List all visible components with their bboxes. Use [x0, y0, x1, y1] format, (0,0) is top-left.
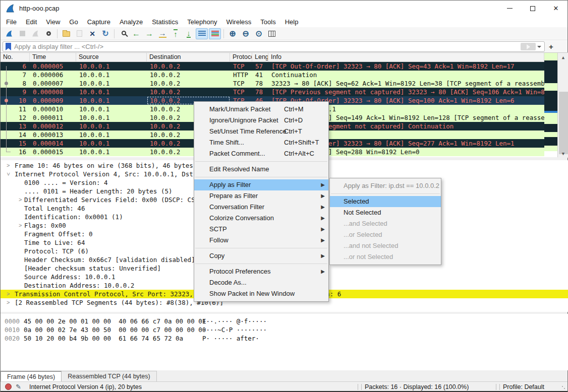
expert-info-icon[interactable]: [5, 383, 12, 390]
submenu-item-not-selected[interactable]: Not Selected: [330, 207, 441, 218]
packet-list-minimap[interactable]: [544, 53, 557, 158]
hex-line[interactable]: 002050 10 20 00 b4 9b 00 00 61 66 74 65 …: [1, 334, 568, 343]
menu-item-apply-as-filter[interactable]: Apply as Filter▶: [194, 179, 328, 190]
menu-item-time-shift[interactable]: Time Shift...Ctrl+Shift+T: [194, 137, 328, 148]
column-header-length[interactable]: Length: [252, 53, 268, 61]
minimize-button[interactable]: [498, 1, 521, 16]
minimap-block: [544, 146, 557, 151]
scroll-up-icon[interactable]: ▲: [558, 53, 568, 61]
go-first-packet-button[interactable]: ↑: [169, 28, 182, 39]
capture-comment-icon[interactable]: ✎: [16, 383, 21, 390]
status-profile[interactable]: Profile: Default: [503, 383, 544, 390]
menu-tools[interactable]: Tools: [256, 17, 280, 27]
menu-item-copy[interactable]: Copy▶: [194, 250, 328, 262]
menu-item-prepare-as-filter[interactable]: Prepare as Filter▶: [194, 190, 328, 202]
capture-options-button[interactable]: [42, 28, 54, 39]
menu-view[interactable]: View: [41, 17, 65, 27]
menu-item-decode-as[interactable]: Decode As...: [194, 277, 328, 288]
menu-wireless[interactable]: Wireless: [221, 17, 256, 27]
menu-item-sctp[interactable]: SCTP▶: [194, 224, 328, 235]
filter-dropdown-icon[interactable]: [537, 46, 541, 48]
no-cell: 6: [1, 62, 30, 71]
menu-capture[interactable]: Capture: [83, 17, 115, 27]
tab-reassembled-tcp[interactable]: Reassembled TCP (44 bytes): [61, 371, 157, 381]
maximize-button[interactable]: [521, 1, 544, 16]
menu-edit[interactable]: Edit: [21, 17, 41, 27]
submenu-item-selected[interactable]: Selected: [330, 196, 441, 207]
display-filter-field[interactable]: [3, 41, 545, 52]
apply-filter-button[interactable]: [521, 43, 536, 50]
zoom-in-button[interactable]: ⊕: [226, 28, 239, 39]
go-last-packet-button[interactable]: ↓: [183, 28, 195, 39]
menu-telephony[interactable]: Telephony: [183, 17, 221, 27]
tab-frame[interactable]: Frame (46 bytes): [1, 371, 62, 381]
expand-icon[interactable]: >: [19, 195, 22, 204]
packet-row[interactable]: 60.00000510.0.0.110.0.0.2TCP57[TCP Out-O…: [1, 62, 544, 71]
submenu-item-or-selected[interactable]: ...or Selected: [330, 229, 441, 240]
submenu-item-or-not-selected[interactable]: ...or not Selected: [330, 251, 441, 263]
scrollbar-thumb[interactable]: [559, 92, 568, 154]
menu-item-mark-unmark-packet[interactable]: Mark/Unmark PacketCtrl+M: [194, 104, 328, 115]
go-back-button[interactable]: ←: [130, 28, 142, 39]
packet-row[interactable]: 90.00000810.0.0.110.0.0.2TCP78[TCP Previ…: [1, 88, 544, 96]
zoom-out-button[interactable]: ⊖: [240, 28, 252, 39]
menu-item-protocol-preferences[interactable]: Protocol Preferences▶: [194, 266, 328, 277]
open-file-button[interactable]: [60, 28, 72, 39]
menu-help[interactable]: Help: [280, 17, 303, 27]
menu-analyze[interactable]: Analyze: [115, 17, 147, 27]
packet-list-header[interactable]: No.TimeSourceDestinationProtocolLengthIn…: [1, 53, 544, 62]
menu-go[interactable]: Go: [65, 17, 82, 27]
menu-item-ignore-unignore-packet[interactable]: Ignore/Unignore PacketCtrl+D: [194, 115, 328, 126]
menu-item-conversation-filter[interactable]: Conversation Filter▶: [194, 202, 328, 213]
packet-list-scrollbar[interactable]: ▲ ▼: [557, 53, 568, 158]
hex-line[interactable]: 000045 00 00 2e 00 01 00 00 40 06 66 c7 …: [1, 317, 568, 325]
submenu-item-and-not-selected[interactable]: ...and not Selected: [330, 240, 441, 251]
packet-row[interactable]: 70.00000610.0.0.110.0.0.2HTTP41Continuat…: [1, 71, 544, 79]
expand-icon[interactable]: >: [19, 221, 22, 230]
colorize-packets-button[interactable]: [209, 28, 221, 39]
display-filter-input[interactable]: [14, 43, 521, 50]
column-header-no[interactable]: No.: [1, 53, 30, 61]
resize-columns-button[interactable]: [266, 28, 278, 39]
zoom-normal-button[interactable]: ⊙: [253, 28, 265, 39]
menu-item-colorize-conversation[interactable]: Colorize Conversation▶: [194, 213, 328, 224]
submenu-item-and-selected[interactable]: ...and Selected: [330, 218, 441, 229]
menu-item-edit-resolved-name[interactable]: Edit Resolved Name: [194, 164, 328, 175]
restart-capture-button[interactable]: [29, 28, 41, 39]
column-header-source[interactable]: Source: [76, 53, 147, 61]
go-to-packet-button[interactable]: →: [156, 28, 168, 39]
add-filter-button[interactable]: +: [549, 42, 553, 51]
submenu-header: Apply as Filter: ip.dst == 10.0.0.2: [330, 180, 441, 191]
column-header-protocol[interactable]: Protocol: [230, 53, 252, 61]
expand-icon[interactable]: >: [7, 290, 10, 298]
packet-bytes-pane[interactable]: 000045 00 00 2e 00 01 00 00 40 06 66 c7 …: [1, 314, 568, 370]
menu-file[interactable]: File: [2, 17, 21, 27]
go-forward-button[interactable]: →: [143, 28, 155, 39]
length-cell: 78: [252, 79, 268, 88]
collapse-icon[interactable]: >: [4, 172, 13, 175]
menu-item-set-unset-time-reference[interactable]: Set/Unset Time ReferenceCtrl+T: [194, 126, 328, 137]
scroll-down-icon[interactable]: ▼: [558, 149, 568, 158]
menu-item-packet-comment[interactable]: Packet Comment...Ctrl+Alt+C: [194, 148, 328, 159]
filter-bookmark-icon[interactable]: [6, 43, 11, 50]
column-header-time[interactable]: Time: [30, 53, 76, 61]
hex-line[interactable]: 00100a 00 00 02 7e 43 00 50 00 00 00 c7 …: [1, 325, 568, 334]
column-header-info[interactable]: Info: [268, 53, 544, 61]
find-packet-button[interactable]: [117, 28, 129, 39]
packet-row[interactable]: 80.00000710.0.0.110.0.0.2TCP7832323 → 80…: [1, 79, 544, 88]
detail-text: Fragment Offset: 0: [24, 230, 92, 238]
close-file-button[interactable]: ✕: [86, 28, 98, 39]
start-capture-button[interactable]: [3, 28, 15, 39]
menu-item-show-packet-in-new-window[interactable]: Show Packet in New Window: [194, 288, 328, 299]
save-file-button[interactable]: [73, 28, 85, 39]
reload-file-button[interactable]: ↻: [99, 28, 111, 39]
expand-icon[interactable]: >: [7, 298, 10, 307]
close-button[interactable]: ✕: [544, 1, 567, 16]
expand-icon[interactable]: >: [7, 161, 10, 170]
auto-scroll-button[interactable]: [196, 28, 208, 39]
menu-statistics[interactable]: Statistics: [147, 17, 183, 27]
resize-grip[interactable]: [561, 385, 566, 390]
menu-item-follow[interactable]: Follow▶: [194, 235, 328, 246]
column-header-destination[interactable]: Destination: [147, 53, 230, 61]
stop-capture-button[interactable]: [16, 28, 28, 39]
